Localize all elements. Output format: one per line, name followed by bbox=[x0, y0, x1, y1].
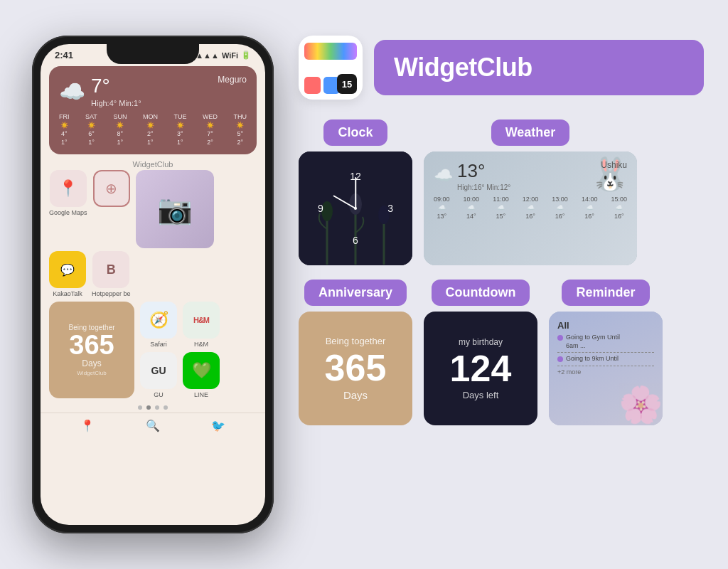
dot-3 bbox=[155, 405, 159, 410]
app-unknown[interactable]: ⊕ bbox=[93, 170, 130, 248]
weather-days: FRI☀️4°1° SAT☀️6°1° SUN☀️8°1° MON☀️2°1° … bbox=[59, 113, 247, 146]
countdown-label: my birthday bbox=[459, 337, 503, 347]
phone-anniv-widget[interactable]: Being together 365 Days WidgetClub bbox=[49, 302, 134, 398]
signal-icon: ▲▲▲ bbox=[196, 51, 219, 60]
reminder-tag[interactable]: Reminder bbox=[562, 280, 649, 306]
app-title: WidgetClub bbox=[394, 53, 532, 82]
app-title-badge: WidgetClub bbox=[374, 40, 704, 95]
clock-widget-preview[interactable]: 12 3 6 9 bbox=[299, 151, 412, 265]
anniversary-section: Anniversary Being together 365 Days bbox=[299, 280, 412, 425]
phone-frame: 2:41 ▲▲▲ WiFi 🔋 ☁️ 7° High:4° bbox=[32, 36, 274, 533]
twitter-bottom-icon[interactable]: 🐦 bbox=[211, 419, 225, 432]
flowers-decoration: 🌸 bbox=[619, 384, 663, 425]
reminder-dot-2 bbox=[557, 356, 563, 362]
countdown-widget-preview[interactable]: my birthday 124 Days left bbox=[424, 312, 537, 425]
phone-notch bbox=[107, 44, 199, 64]
reminder-widget-preview[interactable]: 🌸 All Going to Gym Until6am ... Going to… bbox=[549, 312, 663, 425]
reminder-content: All Going to Gym Until6am ... Going to 9… bbox=[549, 312, 663, 388]
weather-preview-temp: 13° bbox=[457, 160, 510, 182]
clock-section: Clock 12 bbox=[299, 119, 412, 265]
grid-cell-1 bbox=[304, 77, 321, 94]
reminder-text-2: Going to 9km Until bbox=[566, 355, 619, 363]
weather-widget-preview[interactable]: 🐰 ☁️ 13° High:16° Min:12° bbox=[424, 151, 637, 265]
dot-4 bbox=[164, 405, 168, 410]
phone-mockup: 2:41 ▲▲▲ WiFi 🔋 ☁️ 7° High:4° bbox=[32, 36, 274, 533]
category-row-2: Anniversary Being together 365 Days Coun… bbox=[299, 280, 704, 425]
app-hotpepper[interactable]: B Hotpepper be bbox=[92, 251, 131, 297]
status-icons: ▲▲▲ WiFi 🔋 bbox=[196, 50, 251, 60]
target-icon: ⊕ bbox=[105, 180, 117, 197]
weather-section: Weather 🐰 ☁️ 13° High:16° Min:12° bbox=[424, 119, 637, 265]
hour-09: 09:00☁️13° bbox=[434, 196, 450, 220]
weather-tag[interactable]: Weather bbox=[491, 119, 570, 146]
reminder-dot-1 bbox=[557, 335, 563, 341]
countdown-section: Countdown my birthday 124 Days left bbox=[424, 280, 537, 425]
kakaotalk-label: KakaoTalk bbox=[53, 290, 82, 297]
day-wed: WED☀️7°2° bbox=[203, 113, 218, 146]
weather-temp: 7° bbox=[91, 75, 141, 97]
countdown-tag[interactable]: Countdown bbox=[432, 280, 530, 306]
anniversary-tag[interactable]: Anniversary bbox=[304, 280, 407, 306]
anniversary-widget-preview[interactable]: Being together 365 Days bbox=[299, 312, 412, 425]
app-icon-large: 15 bbox=[299, 36, 363, 100]
app-hm[interactable]: H&M H&M bbox=[183, 302, 220, 348]
reminder-item-1: Going to Gym Until6am ... bbox=[557, 334, 654, 353]
clock-3: 3 bbox=[387, 203, 393, 214]
weather-location: Meguro bbox=[218, 75, 247, 85]
clock-9: 9 bbox=[318, 203, 323, 214]
weather-preview-hours: 09:00☁️13° 10:00☁️14° 11:00☁️15° 12:00☁️… bbox=[434, 196, 627, 220]
countdown-num: 124 bbox=[450, 350, 512, 387]
right-panel: 15 WidgetClub Clock bbox=[299, 36, 704, 425]
bottom-dock: 📍 🔍 🐦 bbox=[41, 413, 265, 438]
weather-top: ☁️ 7° High:4° Min:1° Meguro bbox=[59, 75, 247, 107]
reminder-section: Reminder 🌸 All Going to Gym Until6am ...… bbox=[549, 280, 663, 425]
app-line[interactable]: 💚 LINE bbox=[183, 352, 220, 398]
anniv-preview-days: Days bbox=[343, 389, 368, 401]
weather-preview-icon-temp: ☁️ 13° High:16° Min:12° bbox=[434, 160, 510, 191]
weather-preview-content: ☁️ 13° High:16° Min:12° Ushiku bbox=[424, 151, 637, 228]
hour-13: 13:00☁️16° bbox=[552, 196, 568, 220]
day-sat: SAT☀️6°1° bbox=[85, 113, 97, 146]
maps-bottom-icon[interactable]: 📍 bbox=[80, 419, 95, 432]
day-tue: TUE☀️3°1° bbox=[173, 113, 186, 146]
search-bottom-icon[interactable]: 🔍 bbox=[146, 419, 160, 432]
day-mon: MON☀️2°1° bbox=[143, 113, 158, 146]
hour-10: 10:00☁️14° bbox=[464, 196, 480, 220]
hour-12: 12:00☁️16° bbox=[523, 196, 539, 220]
photo-widget[interactable]: 📷 bbox=[136, 170, 214, 248]
weather-preview-hi-lo: High:16° Min:12° bbox=[457, 184, 510, 191]
badge-15: 15 bbox=[337, 74, 357, 94]
dot-1 bbox=[138, 405, 142, 410]
countdown-sublabel: Days left bbox=[463, 390, 499, 400]
app-kakaotalk[interactable]: 💬 KakaoTalk bbox=[49, 251, 86, 297]
hour-11: 11:00☁️15° bbox=[493, 196, 509, 220]
cloud-icon: ☁️ bbox=[59, 79, 85, 104]
clock-face-container: 12 3 6 9 bbox=[316, 169, 395, 248]
clock-tag[interactable]: Clock bbox=[323, 119, 387, 146]
category-row-1: Clock 12 bbox=[299, 119, 704, 265]
wifi-icon: WiFi bbox=[222, 51, 238, 60]
reminder-title: All bbox=[557, 320, 654, 331]
anniv-label: Being together bbox=[68, 324, 114, 331]
maps-icon: 📍 bbox=[58, 179, 77, 198]
day-thu: THU☀️5°2° bbox=[233, 113, 247, 146]
anniv-unit: Days bbox=[82, 358, 101, 368]
app-google-maps[interactable]: 📍 Google Maps bbox=[49, 170, 87, 248]
reminder-more-text: +2 more bbox=[557, 368, 581, 377]
minute-hand bbox=[355, 177, 356, 208]
day-sun: SUN☀️8°1° bbox=[113, 113, 127, 146]
battery-icon: 🔋 bbox=[241, 50, 251, 60]
app-gu[interactable]: GU GU bbox=[140, 352, 177, 398]
hour-hand bbox=[333, 195, 355, 209]
anniv-preview-text: Being together bbox=[326, 336, 386, 346]
weather-preview-top: ☁️ 13° High:16° Min:12° Ushiku bbox=[434, 160, 627, 191]
weather-icon-temp: ☁️ 7° High:4° Min:1° bbox=[59, 75, 141, 107]
cloud-preview-icon: ☁️ bbox=[434, 166, 453, 185]
rainbow-bar bbox=[304, 43, 357, 60]
app-safari[interactable]: 🧭 Safari bbox=[140, 302, 177, 348]
weather-preview-location: Ushiku bbox=[601, 160, 627, 170]
phone-weather-widget[interactable]: ☁️ 7° High:4° Min:1° Meguro FRI☀️4°1° S bbox=[49, 66, 257, 154]
day-fri: FRI☀️4°1° bbox=[59, 113, 70, 146]
dot-2-active bbox=[146, 405, 151, 410]
hour-15: 15:00☁️16° bbox=[611, 196, 627, 220]
